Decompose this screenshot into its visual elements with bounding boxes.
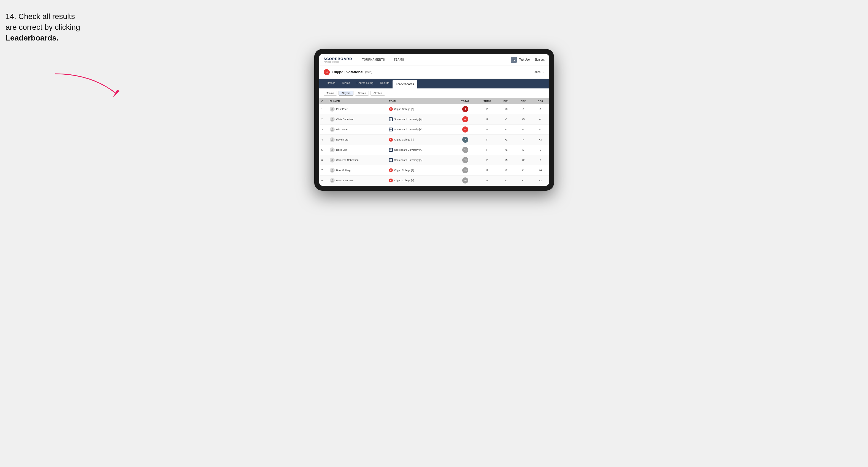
tablet-frame: SCOREBOARD Powered by clippd TOURNAMENTS… xyxy=(314,49,554,191)
cell-rd1: +1 xyxy=(497,145,515,155)
cell-rank: 3 xyxy=(319,124,328,134)
cell-rd1: +1 xyxy=(497,124,515,134)
cell-total: +11 xyxy=(454,175,477,185)
team-logo-sb xyxy=(389,117,393,121)
score-badge: +6 xyxy=(462,157,468,163)
svg-point-6 xyxy=(331,159,333,160)
tab-course-setup[interactable]: Course Setup xyxy=(353,79,377,88)
cell-thru: F xyxy=(477,104,497,114)
tab-details[interactable]: Details xyxy=(324,79,339,88)
filter-players[interactable]: Players xyxy=(339,91,353,96)
player-name: Marcus Turners xyxy=(336,179,354,182)
cell-rd1: -5 xyxy=(497,114,515,124)
cell-thru: F xyxy=(477,175,497,185)
nav-right: TU Test User | Sign out xyxy=(511,57,544,63)
instruction-line3: Leaderboards. xyxy=(5,34,59,42)
cell-team: CClippd College [A] xyxy=(387,175,454,185)
player-name: Chris Robertson xyxy=(336,118,354,121)
score-badge: -8 xyxy=(462,106,468,112)
cell-rd2: +7 xyxy=(515,175,532,185)
cell-thru: F xyxy=(477,134,497,145)
instruction-block: 14. Check all results are correct by cli… xyxy=(5,11,863,43)
top-nav: SCOREBOARD Powered by clippd TOURNAMENTS… xyxy=(319,54,549,66)
cell-thru: F xyxy=(477,114,497,124)
col-total: TOTAL xyxy=(454,98,477,104)
cell-rd3: -4 xyxy=(532,114,549,124)
svg-point-8 xyxy=(331,179,333,181)
signout-button[interactable]: Sign out xyxy=(534,58,545,61)
cell-thru: F xyxy=(477,145,497,155)
cell-team: Scoreboard University [A] xyxy=(387,124,454,134)
cell-rd3: E xyxy=(532,145,549,155)
cell-rd1: +1 xyxy=(497,134,515,145)
instruction-line2: are correct by clicking xyxy=(5,23,80,31)
table-row: 2 Chris Robertson Scoreboard University … xyxy=(319,114,549,124)
nav-teams[interactable]: TEAMS xyxy=(392,57,406,62)
score-badge: -4 xyxy=(462,116,468,122)
filter-teams[interactable]: Teams xyxy=(324,91,337,96)
cell-player: David Ford xyxy=(328,134,387,145)
team-logo-clippd: C xyxy=(389,179,393,182)
player-avatar xyxy=(330,127,335,132)
cell-total: +9 xyxy=(454,165,477,175)
player-avatar xyxy=(330,158,335,162)
cell-team: Scoreboard University [A] xyxy=(387,155,454,165)
player-name: David Ford xyxy=(336,138,348,141)
team-name: Scoreboard University [A] xyxy=(394,118,422,121)
player-name: Rees Britt xyxy=(336,149,347,151)
cell-thru: F xyxy=(477,165,497,175)
team-logo-sb xyxy=(389,128,393,131)
sub-filters: Teams Players Scores Strokes xyxy=(319,88,549,98)
team-logo-clippd: C xyxy=(389,107,393,111)
cell-rd2: -4 xyxy=(515,134,532,145)
nav-tournaments[interactable]: TOURNAMENTS xyxy=(360,57,386,62)
filter-strokes[interactable]: Strokes xyxy=(371,91,385,96)
cell-rank: 8 xyxy=(319,175,328,185)
cell-rd3: -1 xyxy=(532,155,549,165)
table-row: 3 Rich Butler Scoreboard University [A]-… xyxy=(319,124,549,134)
table-row: 5 Rees Britt Scoreboard University [A]+1… xyxy=(319,145,549,155)
col-rd1: RD1 xyxy=(497,98,515,104)
col-team: TEAM xyxy=(387,98,454,104)
filter-scores[interactable]: Scores xyxy=(355,91,369,96)
tournament-gender: (Men) xyxy=(365,70,372,73)
svg-point-5 xyxy=(331,149,333,150)
logo-sub: Powered by clippd xyxy=(324,61,352,63)
team-name: Clippd College [A] xyxy=(394,179,414,182)
cell-thru: F xyxy=(477,124,497,134)
tablet-screen: SCOREBOARD Powered by clippd TOURNAMENTS… xyxy=(319,54,549,186)
player-name: Elliot Ebert xyxy=(336,108,348,111)
player-name: Cameron Robertson xyxy=(336,159,359,161)
svg-point-4 xyxy=(331,138,333,140)
cell-rd2: -6 xyxy=(515,104,532,114)
col-player: PLAYER xyxy=(328,98,387,104)
cell-rd3: -5 xyxy=(532,104,549,114)
score-badge: +9 xyxy=(462,167,468,173)
cell-total: -4 xyxy=(454,114,477,124)
cell-player: Marcus Turners xyxy=(328,175,387,185)
table-row: 8 Marcus Turners CClippd College [A]+11F… xyxy=(319,175,549,185)
cell-rank: 4 xyxy=(319,134,328,145)
cell-rd1: +2 xyxy=(497,165,515,175)
cell-total: E xyxy=(454,134,477,145)
table-row: 4 David Ford CClippd College [A]EF+1-4+3 xyxy=(319,134,549,145)
team-name: Clippd College [A] xyxy=(394,169,414,172)
cell-total: -8 xyxy=(454,104,477,114)
tab-teams[interactable]: Teams xyxy=(339,79,353,88)
player-avatar xyxy=(330,178,335,183)
cell-rank: 2 xyxy=(319,114,328,124)
tab-leaderboards[interactable]: Leaderboards xyxy=(393,80,417,88)
logo-text: SCOREBOARD xyxy=(324,57,352,61)
svg-point-1 xyxy=(331,108,333,109)
svg-point-7 xyxy=(331,169,333,170)
table-row: 7 Blair McHarg CClippd College [A]+9F+2+… xyxy=(319,165,549,175)
team-name: Clippd College [A] xyxy=(394,108,414,111)
team-logo-clippd: C xyxy=(389,168,393,172)
col-rd3: RD3 xyxy=(532,98,549,104)
team-logo-clippd: C xyxy=(389,138,393,142)
cell-rank: 1 xyxy=(319,104,328,114)
cancel-button[interactable]: Cancel ✕ xyxy=(532,70,544,73)
cell-rd3: +3 xyxy=(532,134,549,145)
tab-results[interactable]: Results xyxy=(377,79,393,88)
cell-thru: F xyxy=(477,155,497,165)
